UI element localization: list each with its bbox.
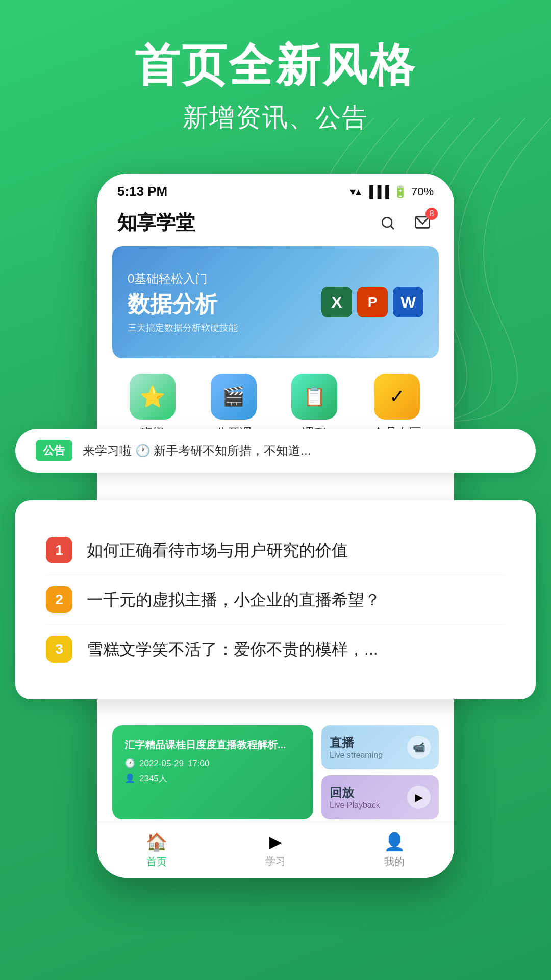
notice-text: 来学习啦 🕐 新手考研不知所措，不知道... [83,443,311,459]
svg-point-0 [382,217,392,227]
course-icon: 📋 [291,374,337,420]
open-course-icon: 🎬 [211,374,257,420]
vip-icon: ✓ [374,374,420,420]
message-button[interactable]: 8 [411,212,434,234]
replay-sub: Live Playback [330,801,380,810]
status-icons: ▾▴ ▐▐▐ 🔋 70% [350,185,434,199]
status-time: 5:13 PM [117,184,167,200]
replay-card[interactable]: 回放 Live Playback ▶ [321,775,439,819]
wifi-icon: ▾▴ [350,185,361,199]
excel-icon: X [321,287,352,317]
banner-title: 数据分析 [128,291,321,318]
app-title: 知享学堂 [117,210,195,236]
profile-icon: 👤 [384,831,405,852]
replay-text: 回放 Live Playback [330,785,380,810]
svg-line-1 [391,226,394,229]
nav-study-label: 学习 [265,854,286,868]
news-item-1[interactable]: 1 如何正确看待市场与用户研究的价值 [46,526,505,575]
banner[interactable]: 0基础轻松入门 数据分析 三天搞定数据分析软硬技能 X P W [112,246,439,358]
bottom-nav: 🏠 首页 ▶ 学习 👤 我的 [97,822,454,878]
banner-text: 0基础轻松入门 数据分析 三天搞定数据分析软硬技能 [128,271,321,334]
header-subtitle: 新增资讯、公告 [0,101,551,135]
app-header: 知享学堂 8 [97,205,454,246]
news-item-text-2: 一千元的虚拟主播，小企业的直播希望？ [87,589,381,611]
course-title: 汇字精品课桂日度度直播教程解析... [124,738,301,752]
status-bar: 5:13 PM ▾▴ ▐▐▐ 🔋 70% [97,174,454,205]
battery-level: 70% [411,185,434,199]
header-section: 首页全新风格 新增资讯、公告 [0,0,551,135]
live-label: 直播 [330,734,383,751]
message-badge: 8 [425,208,438,220]
course-date-time: 🕐 2022-05-29 17:00 [124,758,301,769]
search-button[interactable] [377,212,399,234]
nav-study[interactable]: ▶ 学习 [265,832,286,868]
study-icon: ▶ [269,832,282,851]
live-text: 直播 Live streaming [330,734,383,760]
person-icon: 👤 [124,773,135,784]
course-attendees-row: 👤 2345人 [124,773,301,785]
nav-home[interactable]: 🏠 首页 [146,831,167,869]
clock-icon: 🕐 [124,758,135,769]
banner-icons: X P W [321,287,423,317]
course-attendees: 2345人 [139,773,167,785]
nav-profile-label: 我的 [384,855,405,869]
signal-icon: ▐▐▐ [365,185,389,199]
course-bottom-section: 汇字精品课桂日度度直播教程解析... 🕐 2022-05-29 17:00 👤 … [97,695,454,819]
nav-profile[interactable]: 👤 我的 [384,831,405,869]
powerpoint-icon: P [357,287,388,317]
news-rank-3: 3 [46,636,72,663]
news-item-3[interactable]: 3 雪糕文学笑不活了：爱你不贵的模样，... [46,625,505,674]
course-row: 汇字精品课桂日度度直播教程解析... 🕐 2022-05-29 17:00 👤 … [112,725,439,819]
course-date: 2022-05-29 [139,758,184,769]
banner-tag: 0基础轻松入门 [128,271,321,287]
news-rank-1: 1 [46,537,72,564]
course-time: 17:00 [188,758,210,769]
course-card-left[interactable]: 汇字精品课桂日度度直播教程解析... 🕐 2022-05-29 17:00 👤 … [112,725,313,819]
class-icon: ⭐ [130,374,176,420]
replay-label: 回放 [330,785,380,801]
news-list-card: 1 如何正确看待市场与用户研究的价值 2 一千元的虚拟主播，小企业的直播希望？ … [15,500,536,699]
header-title: 首页全新风格 [0,41,551,90]
news-item-text-3: 雪糕文学笑不活了：爱你不贵的模样，... [87,638,378,661]
news-rank-2: 2 [46,586,72,613]
notice-tag: 公告 [36,440,72,461]
word-icon: W [393,287,423,317]
live-sub: Live streaming [330,751,383,760]
battery-icon: 🔋 [393,185,407,199]
news-item-text-1: 如何正确看待市场与用户研究的价值 [87,539,348,562]
home-icon: 🏠 [146,831,167,852]
news-item-2[interactable]: 2 一千元的虚拟主播，小企业的直播希望？ [46,575,505,625]
floating-notice-bar[interactable]: 公告 来学习啦 🕐 新手考研不知所措，不知道... [15,429,536,473]
app-header-icons: 8 [377,212,434,234]
banner-sub: 三天搞定数据分析软硬技能 [128,322,321,334]
live-icon: 📹 [407,736,431,759]
live-card[interactable]: 直播 Live streaming 📹 [321,725,439,769]
nav-home-label: 首页 [146,855,167,869]
right-cards: 直播 Live streaming 📹 回放 Live Playback ▶ [321,725,439,819]
replay-icon: ▶ [407,786,431,809]
